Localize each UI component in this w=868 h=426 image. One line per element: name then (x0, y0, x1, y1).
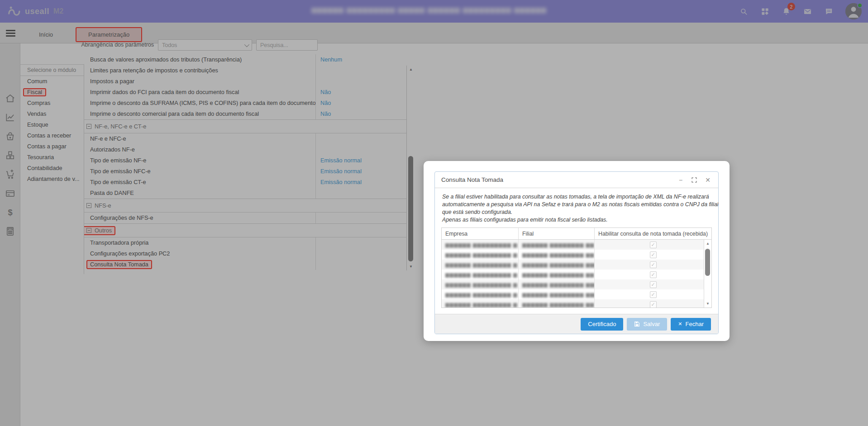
checkmark-icon: ✓ (651, 302, 655, 307)
filiais-table: Empresa Filial Habilitar consulta de not… (441, 227, 712, 308)
filial-cell-redacted: ▆▆▆▆▆▆ ▆▆▆▆▆▆▆▆ ▆▆▆ (522, 282, 595, 288)
empresa-cell-redacted: ▆▆▆▆▆▆ ▆▆▆▆▆▆▆▆▆ ▆ ▆ (445, 302, 519, 308)
save-icon (634, 321, 640, 327)
scroll-down-icon[interactable]: ▼ (704, 302, 711, 306)
column-header-filial[interactable]: Filial (519, 228, 595, 239)
empresa-cell-redacted: ▆▆▆▆▆▆ ▆▆▆▆▆▆▆▆▆ ▆ ▆ (445, 282, 519, 288)
consulta-nota-tomada-dialog: Consulta Nota Tomada − ✕ Se a filial est… (434, 171, 719, 334)
salvar-button[interactable]: Salvar (627, 318, 667, 331)
habilitar-checkbox[interactable]: ✓ (650, 271, 657, 278)
empresa-cell-redacted: ▆▆▆▆▆▆ ▆▆▆▆▆▆▆▆▆ ▆ ▆ (445, 262, 519, 268)
habilitar-checkbox[interactable]: ✓ (650, 261, 657, 268)
table-row[interactable]: ▆▆▆▆▆▆ ▆▆▆▆▆▆▆▆▆ ▆ ▆ ▆▆▆▆▆▆ ▆▆▆▆▆▆▆▆ ▆▆ … (442, 299, 711, 308)
maximize-icon[interactable] (690, 176, 698, 184)
checkmark-icon: ✓ (651, 252, 655, 257)
filial-cell-redacted: ▆▆▆▆▆▆ ▆▆▆▆▆▆▆▆ ▆▆▆ (522, 262, 595, 268)
table-row[interactable]: ▆▆▆▆▆▆ ▆▆▆▆▆▆▆▆▆ ▆ ▆ ▆▆▆▆▆▆ ▆▆▆▆▆▆▆▆ ▆▆▆… (442, 279, 711, 289)
modal-frame: Consulta Nota Tomada − ✕ Se a filial est… (424, 161, 730, 341)
empresa-cell-redacted: ▆▆▆▆▆▆ ▆▆▆▆▆▆▆▆▆ ▆ ▆ (445, 272, 519, 278)
column-header-empresa[interactable]: Empresa (442, 228, 519, 239)
info-line: Apenas as filiais configuradas para emit… (442, 216, 711, 224)
table-body: ▆▆▆▆▆▆ ▆▆▆▆▆▆▆▆▆ ▆ ▆ ▆▆▆▆▆▆ ▆▆▆▆▆▆▆▆ ▆▆ … (442, 240, 711, 308)
close-icon: ✕ (678, 321, 682, 327)
habilitar-checkbox[interactable]: ✓ (650, 251, 657, 258)
habilitar-checkbox[interactable]: ✓ (650, 291, 657, 298)
close-icon[interactable]: ✕ (704, 176, 712, 184)
table-row[interactable]: ▆▆▆▆▆▆ ▆▆▆▆▆▆▆▆▆ ▆ ▆ ▆▆▆▆▆▆ ▆▆▆▆▆▆▆▆ ▆▆▆… (442, 260, 711, 270)
empresa-cell-redacted: ▆▆▆▆▆▆ ▆▆▆▆▆▆▆▆▆ ▆ ▆ (445, 242, 519, 248)
column-header-habilitar[interactable]: Habilitar consulta de nota tomada (receb… (595, 228, 711, 239)
checkmark-icon: ✓ (651, 282, 655, 287)
fechar-button[interactable]: ✕ Fechar (671, 318, 711, 331)
info-line: que está sendo configurada. (442, 208, 711, 216)
dialog-footer: Certificado Salvar ✕ Fechar (435, 314, 718, 334)
minimize-icon[interactable]: − (677, 176, 685, 184)
info-line: Se a filial estiver habilitada para cons… (442, 193, 711, 201)
filial-cell-redacted: ▆▆▆▆▆▆ ▆▆▆▆▆▆▆▆ ▆▆▆ (522, 292, 595, 298)
certificado-button[interactable]: Certificado (581, 318, 623, 331)
app-window: useall M2 ▆▆▆▆▆▆ ▆▆▆▆▆▆▆▆▆ ▆▆▆▆▆ ▆▆▆▆▆▆ … (0, 0, 868, 426)
scroll-up-icon[interactable]: ▲ (704, 241, 711, 246)
habilitar-checkbox[interactable]: ✓ (650, 281, 657, 288)
checkmark-icon: ✓ (651, 262, 655, 267)
table-row[interactable]: ▆▆▆▆▆▆ ▆▆▆▆▆▆▆▆▆ ▆ ▆ ▆▆▆▆▆▆ ▆▆▆▆▆▆▆▆ ▆▆ … (442, 250, 711, 260)
empresa-cell-redacted: ▆▆▆▆▆▆ ▆▆▆▆▆▆▆▆▆ ▆ ▆ (445, 252, 519, 258)
checkmark-icon: ✓ (651, 272, 655, 277)
table-scrollbar[interactable]: ▲ ▼ (704, 240, 711, 308)
habilitar-checkbox[interactable]: ✓ (650, 241, 657, 248)
scroll-thumb[interactable] (705, 249, 710, 276)
filial-cell-redacted: ▆▆▆▆▆▆ ▆▆▆▆▆▆▆▆ ▆▆ (522, 242, 594, 248)
table-header: Empresa Filial Habilitar consulta de not… (442, 228, 711, 240)
habilitar-checkbox[interactable]: ✓ (650, 301, 657, 308)
checkmark-icon: ✓ (651, 292, 655, 297)
checkmark-icon: ✓ (651, 242, 655, 247)
dialog-title: Consulta Nota Tomada (441, 176, 671, 183)
table-row[interactable]: ▆▆▆▆▆▆ ▆▆▆▆▆▆▆▆▆ ▆ ▆ ▆▆▆▆▆▆ ▆▆▆▆▆▆▆▆ ▆▆ … (442, 240, 711, 250)
empresa-cell-redacted: ▆▆▆▆▆▆ ▆▆▆▆▆▆▆▆▆ ▆ ▆ (445, 292, 519, 298)
filial-cell-redacted: ▆▆▆▆▆▆ ▆▆▆▆▆▆▆▆ ▆▆ (522, 252, 594, 258)
filial-cell-redacted: ▆▆▆▆▆▆ ▆▆▆▆▆▆▆▆ ▆▆ (522, 302, 594, 308)
dialog-header: Consulta Nota Tomada − ✕ (435, 172, 718, 188)
dialog-info-text: Se a filial estiver habilitada para cons… (442, 193, 711, 224)
table-row[interactable]: ▆▆▆▆▆▆ ▆▆▆▆▆▆▆▆▆ ▆ ▆ ▆▆▆▆▆▆ ▆▆▆▆▆▆▆▆ ▆▆▆… (442, 289, 711, 299)
filial-cell-redacted: ▆▆▆▆▆▆ ▆▆▆▆▆▆▆▆ ▆▆ (522, 272, 594, 278)
info-line: automaticamente a pesquisa via API na Se… (442, 201, 711, 208)
table-row[interactable]: ▆▆▆▆▆▆ ▆▆▆▆▆▆▆▆▆ ▆ ▆ ▆▆▆▆▆▆ ▆▆▆▆▆▆▆▆ ▆▆ … (442, 270, 711, 279)
